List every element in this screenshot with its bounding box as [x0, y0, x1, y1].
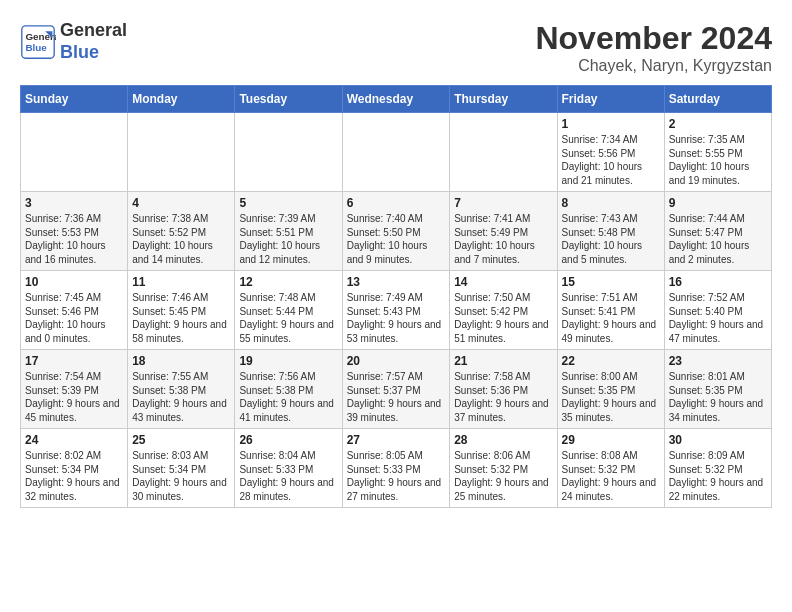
day-number: 2: [669, 117, 767, 131]
calendar-cell: 22Sunrise: 8:00 AM Sunset: 5:35 PM Dayli…: [557, 350, 664, 429]
calendar-cell: 18Sunrise: 7:55 AM Sunset: 5:38 PM Dayli…: [128, 350, 235, 429]
day-number: 25: [132, 433, 230, 447]
calendar-cell: 13Sunrise: 7:49 AM Sunset: 5:43 PM Dayli…: [342, 271, 450, 350]
logo: General Blue General Blue: [20, 20, 127, 63]
day-info: Sunrise: 7:52 AM Sunset: 5:40 PM Dayligh…: [669, 291, 767, 345]
day-info: Sunrise: 7:34 AM Sunset: 5:56 PM Dayligh…: [562, 133, 660, 187]
calendar-cell: [342, 113, 450, 192]
day-number: 18: [132, 354, 230, 368]
calendar-cell: 12Sunrise: 7:48 AM Sunset: 5:44 PM Dayli…: [235, 271, 342, 350]
day-info: Sunrise: 7:45 AM Sunset: 5:46 PM Dayligh…: [25, 291, 123, 345]
day-number: 9: [669, 196, 767, 210]
day-number: 12: [239, 275, 337, 289]
day-number: 11: [132, 275, 230, 289]
weekday-header-wednesday: Wednesday: [342, 86, 450, 113]
calendar-week-5: 24Sunrise: 8:02 AM Sunset: 5:34 PM Dayli…: [21, 429, 772, 508]
calendar-cell: 26Sunrise: 8:04 AM Sunset: 5:33 PM Dayli…: [235, 429, 342, 508]
day-number: 5: [239, 196, 337, 210]
day-info: Sunrise: 7:43 AM Sunset: 5:48 PM Dayligh…: [562, 212, 660, 266]
calendar-cell: 27Sunrise: 8:05 AM Sunset: 5:33 PM Dayli…: [342, 429, 450, 508]
calendar-cell: 24Sunrise: 8:02 AM Sunset: 5:34 PM Dayli…: [21, 429, 128, 508]
calendar-cell: 14Sunrise: 7:50 AM Sunset: 5:42 PM Dayli…: [450, 271, 557, 350]
day-number: 23: [669, 354, 767, 368]
day-number: 22: [562, 354, 660, 368]
calendar-cell: 15Sunrise: 7:51 AM Sunset: 5:41 PM Dayli…: [557, 271, 664, 350]
calendar-cell: 11Sunrise: 7:46 AM Sunset: 5:45 PM Dayli…: [128, 271, 235, 350]
day-number: 28: [454, 433, 552, 447]
weekday-header-monday: Monday: [128, 86, 235, 113]
calendar-cell: 28Sunrise: 8:06 AM Sunset: 5:32 PM Dayli…: [450, 429, 557, 508]
day-number: 30: [669, 433, 767, 447]
calendar-cell: 5Sunrise: 7:39 AM Sunset: 5:51 PM Daylig…: [235, 192, 342, 271]
day-info: Sunrise: 8:09 AM Sunset: 5:32 PM Dayligh…: [669, 449, 767, 503]
day-info: Sunrise: 8:03 AM Sunset: 5:34 PM Dayligh…: [132, 449, 230, 503]
day-number: 19: [239, 354, 337, 368]
day-info: Sunrise: 7:46 AM Sunset: 5:45 PM Dayligh…: [132, 291, 230, 345]
weekday-header-tuesday: Tuesday: [235, 86, 342, 113]
day-info: Sunrise: 7:58 AM Sunset: 5:36 PM Dayligh…: [454, 370, 552, 424]
weekday-header-sunday: Sunday: [21, 86, 128, 113]
day-number: 15: [562, 275, 660, 289]
day-info: Sunrise: 7:51 AM Sunset: 5:41 PM Dayligh…: [562, 291, 660, 345]
day-number: 10: [25, 275, 123, 289]
day-info: Sunrise: 8:04 AM Sunset: 5:33 PM Dayligh…: [239, 449, 337, 503]
day-number: 6: [347, 196, 446, 210]
day-number: 26: [239, 433, 337, 447]
day-number: 29: [562, 433, 660, 447]
calendar-cell: 21Sunrise: 7:58 AM Sunset: 5:36 PM Dayli…: [450, 350, 557, 429]
day-info: Sunrise: 7:44 AM Sunset: 5:47 PM Dayligh…: [669, 212, 767, 266]
calendar-cell: 2Sunrise: 7:35 AM Sunset: 5:55 PM Daylig…: [664, 113, 771, 192]
calendar-table: SundayMondayTuesdayWednesdayThursdayFrid…: [20, 85, 772, 508]
calendar-cell: 7Sunrise: 7:41 AM Sunset: 5:49 PM Daylig…: [450, 192, 557, 271]
calendar-cell: 19Sunrise: 7:56 AM Sunset: 5:38 PM Dayli…: [235, 350, 342, 429]
calendar-cell: 23Sunrise: 8:01 AM Sunset: 5:35 PM Dayli…: [664, 350, 771, 429]
month-title: November 2024: [535, 20, 772, 57]
day-number: 8: [562, 196, 660, 210]
day-info: Sunrise: 7:57 AM Sunset: 5:37 PM Dayligh…: [347, 370, 446, 424]
day-number: 17: [25, 354, 123, 368]
calendar-cell: 3Sunrise: 7:36 AM Sunset: 5:53 PM Daylig…: [21, 192, 128, 271]
calendar-cell: 4Sunrise: 7:38 AM Sunset: 5:52 PM Daylig…: [128, 192, 235, 271]
logo-icon: General Blue: [20, 24, 56, 60]
title-area: November 2024 Chayek, Naryn, Kyrgyzstan: [535, 20, 772, 75]
day-number: 16: [669, 275, 767, 289]
day-info: Sunrise: 7:54 AM Sunset: 5:39 PM Dayligh…: [25, 370, 123, 424]
day-info: Sunrise: 7:41 AM Sunset: 5:49 PM Dayligh…: [454, 212, 552, 266]
calendar-cell: [128, 113, 235, 192]
weekday-header-saturday: Saturday: [664, 86, 771, 113]
calendar-cell: 16Sunrise: 7:52 AM Sunset: 5:40 PM Dayli…: [664, 271, 771, 350]
day-info: Sunrise: 7:50 AM Sunset: 5:42 PM Dayligh…: [454, 291, 552, 345]
svg-text:Blue: Blue: [25, 42, 47, 53]
day-info: Sunrise: 8:00 AM Sunset: 5:35 PM Dayligh…: [562, 370, 660, 424]
day-number: 4: [132, 196, 230, 210]
calendar-body: 1Sunrise: 7:34 AM Sunset: 5:56 PM Daylig…: [21, 113, 772, 508]
calendar-header-row: SundayMondayTuesdayWednesdayThursdayFrid…: [21, 86, 772, 113]
day-number: 14: [454, 275, 552, 289]
calendar-week-2: 3Sunrise: 7:36 AM Sunset: 5:53 PM Daylig…: [21, 192, 772, 271]
day-info: Sunrise: 8:08 AM Sunset: 5:32 PM Dayligh…: [562, 449, 660, 503]
weekday-header-friday: Friday: [557, 86, 664, 113]
day-info: Sunrise: 7:56 AM Sunset: 5:38 PM Dayligh…: [239, 370, 337, 424]
day-number: 3: [25, 196, 123, 210]
day-info: Sunrise: 7:38 AM Sunset: 5:52 PM Dayligh…: [132, 212, 230, 266]
calendar-week-3: 10Sunrise: 7:45 AM Sunset: 5:46 PM Dayli…: [21, 271, 772, 350]
location-title: Chayek, Naryn, Kyrgyzstan: [535, 57, 772, 75]
day-number: 13: [347, 275, 446, 289]
logo-text: General Blue: [60, 20, 127, 63]
calendar-cell: 29Sunrise: 8:08 AM Sunset: 5:32 PM Dayli…: [557, 429, 664, 508]
day-number: 24: [25, 433, 123, 447]
calendar-cell: 20Sunrise: 7:57 AM Sunset: 5:37 PM Dayli…: [342, 350, 450, 429]
calendar-cell: 10Sunrise: 7:45 AM Sunset: 5:46 PM Dayli…: [21, 271, 128, 350]
calendar-cell: 6Sunrise: 7:40 AM Sunset: 5:50 PM Daylig…: [342, 192, 450, 271]
day-number: 7: [454, 196, 552, 210]
calendar-cell: 9Sunrise: 7:44 AM Sunset: 5:47 PM Daylig…: [664, 192, 771, 271]
day-number: 20: [347, 354, 446, 368]
calendar-week-1: 1Sunrise: 7:34 AM Sunset: 5:56 PM Daylig…: [21, 113, 772, 192]
day-info: Sunrise: 8:06 AM Sunset: 5:32 PM Dayligh…: [454, 449, 552, 503]
day-info: Sunrise: 7:36 AM Sunset: 5:53 PM Dayligh…: [25, 212, 123, 266]
day-info: Sunrise: 8:01 AM Sunset: 5:35 PM Dayligh…: [669, 370, 767, 424]
day-info: Sunrise: 7:55 AM Sunset: 5:38 PM Dayligh…: [132, 370, 230, 424]
calendar-cell: [235, 113, 342, 192]
header: General Blue General Blue November 2024 …: [20, 20, 772, 75]
calendar-cell: [450, 113, 557, 192]
